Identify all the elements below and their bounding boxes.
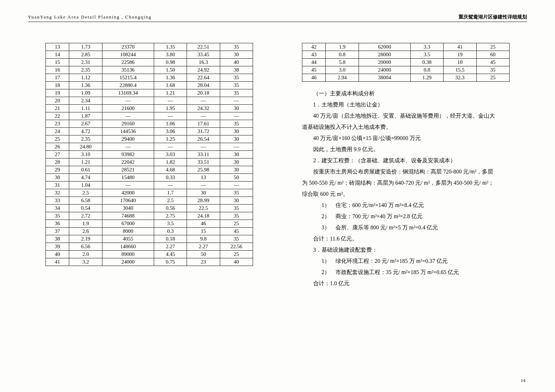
table-cell: 4.45: [154, 251, 187, 258]
table-cell: 0.38: [410, 59, 443, 66]
table-cell: 1.04: [69, 182, 102, 189]
table-cell: 62000: [359, 43, 410, 51]
table-cell: 1.29: [410, 74, 443, 82]
table-cell: 29160: [102, 120, 154, 128]
table-cell: 23: [187, 258, 220, 266]
table-cell: 2.27: [187, 243, 220, 251]
content-columns: 131.73233701.3522.5135142.851082443.8033…: [28, 43, 527, 289]
table-cell: 16: [46, 66, 69, 74]
table-cell: 2.75: [154, 212, 187, 220]
table-cell: 8000: [102, 228, 154, 235]
table-cell: 30: [46, 174, 69, 182]
table-row: 273.10939823.0333.1130: [46, 151, 253, 158]
para-land-fee-result: 因此，土地费用 9.9 亿元。: [302, 144, 510, 155]
table-cell: 29: [46, 166, 69, 174]
table-row: 372.680000.31545: [46, 228, 253, 235]
table-cell: 28.99: [187, 197, 220, 205]
table-cell: 24: [46, 128, 69, 135]
table-cell: 40: [46, 251, 69, 258]
table-cell: 4055: [102, 235, 154, 243]
table-cell: 22586: [102, 59, 154, 66]
table-cell: 23: [46, 120, 69, 128]
table-cell: 25.98: [187, 166, 220, 174]
table-row: 311.04————: [46, 182, 253, 189]
table-cell: 13: [46, 43, 69, 51]
table-cell: 30: [220, 158, 253, 166]
table-cell: 38004: [359, 74, 410, 82]
table-cell: 22.51: [187, 43, 220, 51]
table-cell: 20000: [359, 59, 410, 66]
table-row: 322.5420001.73035: [46, 189, 253, 197]
table-cell: 1.87: [69, 112, 102, 120]
table-cell: 1.36: [69, 82, 102, 89]
table-cell: 3.10: [69, 151, 102, 158]
table-cell: 0.33: [154, 174, 187, 182]
table-cell: 1.9: [326, 43, 359, 51]
table-cell: 2.19: [69, 235, 102, 243]
table-cell: 22: [46, 112, 69, 120]
table-cell: 35: [220, 43, 253, 51]
table-row: 413.2240000.752340: [46, 258, 253, 266]
table-row: 171.1215215.41.3622.6435: [46, 74, 253, 82]
table-cell: 144536: [102, 128, 154, 135]
table-cell: 0.61: [69, 166, 102, 174]
list-item-club: 3） 会所、康乐等 800 元/ m²×5 万 m²=0.4 亿元: [302, 222, 510, 233]
table-cell: 22042: [102, 158, 154, 166]
table-row: 181.3622880.41.6828.0435: [46, 82, 253, 89]
table-cell: 2.85: [69, 51, 102, 59]
table-cell: 50: [187, 251, 220, 258]
table-cell: 26.54: [187, 135, 220, 143]
list-item-greening: 1） 绿化环境工程：20 元/ m²×185 万 m²=0.37 亿元: [302, 256, 510, 267]
table-cell: 148660: [102, 243, 154, 251]
table-cell: —: [102, 182, 154, 189]
table-cell: 18: [46, 82, 69, 89]
table-cell: 0.8: [410, 66, 443, 74]
table-cell: 33.45: [187, 51, 220, 59]
table-cell: 0.3: [154, 228, 187, 235]
table-cell: 31.72: [187, 128, 220, 135]
table-cell: —: [187, 97, 220, 105]
table-cell: 15.5: [444, 66, 476, 74]
table-cell: 2.35: [69, 135, 102, 143]
table-cell: 30: [220, 135, 253, 143]
table-cell: 74688: [102, 212, 154, 220]
table-cell: 32: [46, 189, 69, 197]
table-cell: 30: [220, 197, 253, 205]
table-cell: 1.73: [69, 43, 102, 51]
table-cell: 1.12: [69, 74, 102, 82]
table-cell: 35: [476, 66, 509, 74]
table-cell: 19: [46, 89, 69, 97]
table-cell: 34: [46, 205, 69, 212]
table-cell: 19: [444, 51, 476, 59]
table-cell: 1.9: [69, 220, 102, 228]
table-cell: —: [154, 182, 187, 189]
left-column: 131.73233701.3522.5135142.851082443.8033…: [45, 43, 253, 289]
table-cell: 41: [444, 43, 476, 51]
table-cell: 25: [220, 251, 253, 258]
table-cell: 35: [220, 212, 253, 220]
table-cell: —: [102, 143, 154, 151]
table-row: 221.87————: [46, 112, 253, 120]
table-cell: 15: [46, 59, 69, 66]
table-cell: 67000: [102, 220, 154, 228]
table-cell: 23370: [102, 43, 154, 51]
list-item-municipal: 2） 市政配套设施工程：35 元/ m²×185 万 m²=0.65 亿元: [302, 267, 510, 278]
table-cell: 89000: [102, 251, 154, 258]
table-row: 232.67291601.0617.6135: [46, 120, 253, 128]
table-cell: 0.54: [69, 205, 102, 212]
list-item-commercial: 2） 商业：700 元/ m²×40 万 m²=2.8 亿元: [302, 211, 510, 222]
table-cell: 4.68: [154, 166, 187, 174]
table-cell: 33.51: [187, 158, 220, 166]
table-cell: 17: [46, 74, 69, 82]
table-cell: 24.80: [69, 143, 102, 151]
header-right: 重庆鸳鸯湖片区修建性详细规划: [459, 14, 527, 20]
table-cell: 35: [220, 120, 253, 128]
table-cell: 35: [220, 82, 253, 89]
table-cell: 28.04: [187, 82, 220, 89]
table-row: 281.21220421.8233.5130: [46, 158, 253, 166]
para-land-fee-line1: 40 万元/亩（启土地地拆迁、安置、基础设施等费用），经开大道、金山大: [302, 110, 510, 121]
table-cell: 2.72: [69, 212, 102, 220]
table-cell: 5.8: [326, 59, 359, 66]
table-cell: 45: [302, 66, 326, 74]
table-cell: 3.0: [326, 66, 359, 74]
